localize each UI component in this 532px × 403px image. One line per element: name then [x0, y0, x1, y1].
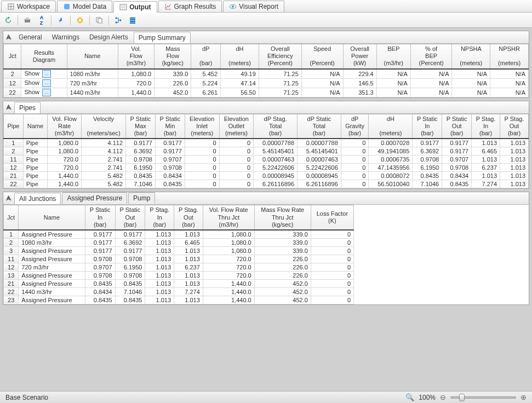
- subtab-pipes[interactable]: Pipes: [14, 102, 41, 113]
- column-header[interactable]: dH(meters): [369, 114, 413, 139]
- column-header[interactable]: Jct: [4, 205, 19, 230]
- cell: 1.013: [174, 279, 203, 287]
- pin-button[interactable]: [55, 14, 67, 26]
- subtab-assigned-pressure[interactable]: Assigned Pressure: [62, 192, 127, 204]
- cell: 1,080.0: [48, 147, 82, 156]
- cell: 6.3692: [115, 238, 145, 246]
- cell: 1.013: [145, 296, 174, 304]
- cell: 1: [4, 230, 19, 239]
- column-header[interactable]: NPSHR(meters): [490, 44, 529, 69]
- svg-point-4: [232, 5, 234, 8]
- column-header[interactable]: dP Stag.Total(bar): [254, 114, 298, 139]
- tab-output[interactable]: Output: [113, 1, 157, 13]
- column-header[interactable]: Loss Factor(K): [311, 205, 353, 230]
- cell: 1.013: [145, 271, 174, 279]
- subtab-pump-summary[interactable]: Pump Summary: [134, 32, 191, 43]
- column-header[interactable]: P StaticOut(bar): [115, 205, 145, 230]
- cell: 0.9177: [413, 139, 442, 147]
- cell: 1,080.0: [48, 139, 82, 147]
- column-header[interactable]: % ofBEP(Percent): [410, 44, 452, 69]
- column-header[interactable]: P Stag.In(bar): [472, 114, 500, 139]
- column-header[interactable]: Name: [19, 205, 85, 230]
- zoom-in-button[interactable]: ⊕: [520, 393, 527, 401]
- column-header[interactable]: Vol. Flow RateThru Jct(m3/hr): [203, 205, 254, 230]
- column-header[interactable]: P StaticOut(bar): [442, 114, 472, 139]
- column-header[interactable]: P Stag.Out(bar): [500, 114, 529, 139]
- collapse-icon[interactable]: ⮝: [3, 32, 14, 43]
- collapse-icon[interactable]: ⮝: [3, 193, 14, 204]
- column-header[interactable]: P StaticMin(bar): [155, 114, 185, 139]
- column-header[interactable]: P Stag.In(bar): [145, 205, 174, 230]
- cell: 71.25: [259, 88, 301, 97]
- subtab-design-alerts[interactable]: Design Alerts: [85, 32, 133, 43]
- column-header[interactable]: P StaticIn(bar): [85, 205, 115, 230]
- tab-visual-report[interactable]: Visual Report: [223, 1, 284, 12]
- cell: 1,440.0: [203, 279, 254, 287]
- column-header[interactable]: Vol.Flow(m3/hr): [118, 44, 155, 69]
- cell: 5.224: [191, 78, 221, 88]
- column-header[interactable]: MassFlow(kg/sec): [155, 44, 191, 69]
- table-row: 2Pipe1,080.04.1126.36920.9177005.4514540…: [4, 147, 529, 156]
- list-button[interactable]: [127, 14, 139, 26]
- column-header[interactable]: Speed(Percent): [301, 44, 343, 69]
- cell: 12: [4, 78, 21, 88]
- column-header[interactable]: OverallPower(kW): [343, 44, 376, 69]
- column-header[interactable]: ElevationInlet(meters): [185, 114, 219, 139]
- zoom-slider[interactable]: [450, 396, 516, 399]
- output-icon: [119, 3, 127, 11]
- print-button[interactable]: [21, 14, 33, 26]
- cell: 47.14: [221, 78, 259, 88]
- cell: 0: [311, 246, 353, 255]
- column-header[interactable]: Velocity(meters/sec): [82, 114, 126, 139]
- cell: 1.013: [174, 255, 203, 263]
- subtab-warnings[interactable]: Warnings: [48, 32, 84, 43]
- tree-button[interactable]: [112, 14, 124, 26]
- svg-rect-2: [120, 4, 127, 10]
- show-diagram-button[interactable]: …: [42, 70, 51, 78]
- cell: 6.237: [472, 164, 500, 172]
- cell: 226.0: [254, 255, 311, 263]
- subtab-all-junctions[interactable]: All Junctions: [14, 193, 61, 204]
- column-header[interactable]: dH(meters): [221, 44, 259, 69]
- cell: 0.8435: [115, 296, 145, 304]
- cell: 0: [219, 156, 254, 164]
- column-header[interactable]: Vol. FlowRate(m3/hr): [48, 114, 82, 139]
- column-header[interactable]: dPGravity(bar): [341, 114, 369, 139]
- cell: 1.013: [500, 180, 529, 188]
- column-header[interactable]: Name: [67, 44, 118, 69]
- subtab-pump[interactable]: Pump: [128, 192, 155, 204]
- column-header[interactable]: P Stag.Out(bar): [174, 205, 203, 230]
- cell: 6.26116896: [254, 180, 298, 188]
- tab-graph-results[interactable]: Graph Results: [158, 1, 222, 12]
- zoom-icon[interactable]: 🔍: [405, 393, 414, 401]
- copy-button[interactable]: [93, 14, 105, 26]
- column-header[interactable]: BEP(m3/hr): [376, 44, 410, 69]
- column-header[interactable]: OverallEfficiency(Percent): [259, 44, 301, 69]
- show-diagram-button[interactable]: …: [42, 89, 51, 96]
- cell: 5.45145401: [254, 147, 298, 156]
- refresh-button[interactable]: [2, 14, 14, 26]
- column-header[interactable]: NPSHA(meters): [452, 44, 490, 69]
- column-header[interactable]: ElevationOutlet(meters): [219, 114, 254, 139]
- column-header[interactable]: Pipe: [4, 114, 24, 139]
- show-diagram-button[interactable]: …: [42, 79, 51, 87]
- tab-model-data[interactable]: Model Data: [57, 1, 112, 12]
- highlight-button[interactable]: [74, 14, 86, 26]
- column-header[interactable]: P StaticMax(bar): [126, 114, 156, 139]
- table-row: 2Show …1080 m3/hr1,080.0339.05.45249.197…: [4, 69, 529, 79]
- column-header[interactable]: dP StaticTotal(bar): [298, 114, 341, 139]
- zoom-out-button[interactable]: ⊖: [440, 393, 446, 401]
- collapse-icon[interactable]: ⮝: [3, 102, 14, 113]
- column-header[interactable]: Name: [23, 114, 47, 139]
- cell: 720.0: [203, 255, 254, 263]
- column-header[interactable]: P StaticIn(bar): [413, 114, 442, 139]
- tab-workspace[interactable]: Workspace: [1, 1, 56, 12]
- column-header[interactable]: Mass Flow RateThru Jct(kg/sec): [254, 205, 311, 230]
- column-header[interactable]: dP(bar): [191, 44, 221, 69]
- sort-az-button[interactable]: AZ: [36, 14, 48, 26]
- subtab-general[interactable]: General: [14, 32, 47, 43]
- cell: 0.8435: [442, 180, 472, 188]
- column-header[interactable]: ResultsDiagram: [21, 44, 67, 69]
- column-header[interactable]: Jct: [4, 44, 21, 69]
- svg-rect-9: [98, 19, 102, 23]
